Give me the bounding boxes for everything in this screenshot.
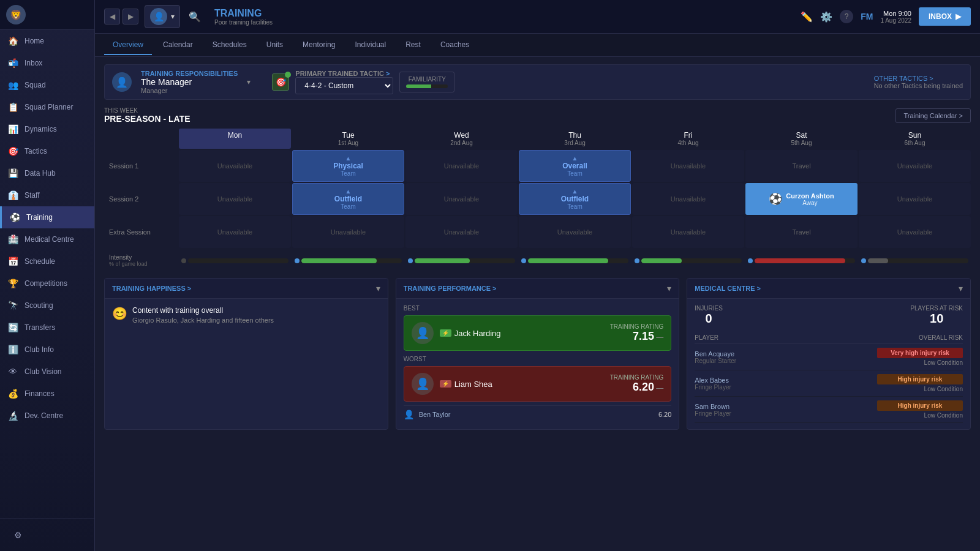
session-cell-0-6[interactable]: Unavailable: [859, 150, 971, 182]
session-cell-2-0[interactable]: Unavailable: [179, 216, 291, 248]
settings-icon[interactable]: ⚙️: [820, 11, 832, 23]
session-cell-0-1[interactable]: ▲PhysicalTeam: [292, 150, 404, 182]
chevron-down-icon[interactable]: ▾: [247, 78, 251, 86]
subnav-item-coaches[interactable]: Coaches: [432, 36, 478, 55]
performance-expand-button[interactable]: ▾: [667, 283, 671, 293]
scouting-icon: 🔭: [7, 301, 18, 310]
worst-player-card[interactable]: 👤 ⚡ Liam Shea TRAINING RATING 6.20 —: [404, 366, 672, 402]
training-calendar-button[interactable]: Training Calendar >: [895, 108, 971, 123]
day-header-mon: Mon: [179, 129, 291, 149]
session-cell-1-3[interactable]: ▲OutfieldTeam: [519, 183, 631, 215]
session-cell-2-2[interactable]: Unavailable: [405, 216, 518, 248]
intensity-handle-4[interactable]: [635, 258, 639, 263]
intensity-cell-4[interactable]: [632, 249, 744, 272]
session-cell-0-2[interactable]: Unavailable: [405, 150, 518, 182]
intensity-handle-1[interactable]: [295, 258, 300, 263]
sidebar-item-data-hub[interactable]: 💾 Data Hub: [0, 162, 94, 184]
session-cell-0-4[interactable]: Unavailable: [632, 150, 744, 182]
best-player-card[interactable]: 👤 ⚡ Jack Harding TRAINING RATING 7.15 —: [404, 315, 672, 351]
performance-title[interactable]: TRAINING PERFORMANCE >: [404, 285, 497, 292]
intensity-handle-3[interactable]: [521, 258, 526, 263]
worst-player-info: ⚡ Liam Shea: [440, 380, 604, 389]
intensity-cell-1[interactable]: [292, 249, 404, 272]
sidebar-item-finances[interactable]: 💰 Finances: [0, 383, 94, 405]
session-cell-0-0[interactable]: Unavailable: [179, 150, 291, 182]
other-tactics-label[interactable]: OTHER TACTICS >: [874, 75, 963, 82]
sidebar-item-scouting[interactable]: 🔭 Scouting: [0, 294, 94, 317]
sidebar-item-squad[interactable]: 👥 Squad: [0, 74, 94, 96]
happiness-status: Content with training overall: [132, 306, 274, 315]
manager-badge[interactable]: 👤 ▾: [145, 5, 180, 28]
sidebar-item-club-vision[interactable]: 👁 Club Vision: [0, 361, 94, 383]
sidebar-item-training[interactable]: ⚽ Training: [0, 206, 94, 228]
intensity-cell-5[interactable]: [745, 249, 858, 272]
session-cell-2-1[interactable]: Unavailable: [292, 216, 404, 248]
sidebar-item-medical[interactable]: 🏥 Medical Centre: [0, 228, 94, 250]
sidebar-item-club-info[interactable]: ℹ️ Club Info: [0, 339, 94, 361]
session-cell-1-5[interactable]: ⚽Curzon AshtonAway: [745, 183, 858, 215]
staff-icon: 👔: [7, 190, 18, 200]
session-cell-1-0[interactable]: Unavailable: [179, 183, 291, 215]
sidebar-item-transfers[interactable]: 🔄 Transfers: [0, 317, 94, 339]
session-cell-1-4[interactable]: Unavailable: [632, 183, 744, 215]
forward-button[interactable]: ▶: [123, 9, 138, 24]
help-icon[interactable]: ?: [840, 10, 853, 23]
sidebar-item-dev-centre[interactable]: 🔬 Dev. Centre: [0, 405, 94, 427]
back-button[interactable]: ◀: [104, 9, 120, 24]
session-cell-2-6[interactable]: Unavailable: [859, 216, 971, 248]
intensity-cell-6[interactable]: [859, 249, 971, 272]
intensity-cell-3[interactable]: [519, 249, 631, 272]
session-cell-2-4[interactable]: Unavailable: [632, 216, 744, 248]
medical-player-name-0[interactable]: Ben Acquaye: [695, 350, 877, 358]
session-cell-2-5[interactable]: Travel: [745, 216, 858, 248]
medical-title[interactable]: MEDICAL CENTRE >: [695, 285, 761, 292]
happiness-expand-button[interactable]: ▾: [376, 283, 380, 293]
subnav-item-rest[interactable]: Rest: [397, 36, 429, 55]
primary-tactic-label[interactable]: PRIMARY TRAINED TACTIC >: [295, 70, 393, 77]
intensity-handle-6[interactable]: [861, 258, 866, 263]
intensity-cell-2[interactable]: [405, 249, 518, 272]
competitions-icon: 🏆: [7, 279, 18, 288]
subnav-item-mentoring[interactable]: Mentoring: [294, 36, 344, 55]
sidebar-item-staff[interactable]: 👔 Staff: [0, 184, 94, 206]
medical-player-row-0[interactable]: Ben Acquaye Regular Starter Very high in…: [695, 344, 963, 370]
session-cell-1-1[interactable]: ▲OutfieldTeam: [292, 183, 404, 215]
sidebar-item-inbox[interactable]: 📬 Inbox: [0, 52, 94, 74]
intensity-cell-0[interactable]: [179, 249, 291, 272]
sidebar-item-schedule[interactable]: 📅 Schedule: [0, 250, 94, 272]
sidebar-item-dynamics[interactable]: 📊 Dynamics: [0, 118, 94, 140]
topbar-right: ✏️ ⚙️ ? FM Mon 9:00 1 Aug 2022 INBOX ▶: [801, 7, 971, 26]
intensity-handle-0[interactable]: [181, 258, 186, 263]
subnav-item-individual[interactable]: Individual: [346, 36, 394, 55]
sidebar-item-tactics[interactable]: 🎯 Tactics: [0, 140, 94, 162]
tactic-formation-select[interactable]: 4-4-2 - Custom 4-3-3 4-2-3-1: [295, 77, 393, 94]
best-player-name: ⚡ Jack Harding: [440, 329, 604, 338]
intensity-handle-5[interactable]: [748, 258, 753, 263]
subnav-item-calendar[interactable]: Calendar: [154, 36, 202, 55]
medical-player-row-2[interactable]: Sam Brown Fringe Player High injury risk…: [695, 397, 963, 423]
subnav-item-units[interactable]: Units: [258, 36, 292, 55]
session-cell-0-3[interactable]: ▲OverallTeam: [519, 150, 631, 182]
happiness-title[interactable]: TRAINING HAPPINESS >: [112, 285, 191, 292]
subnav-item-overview[interactable]: Overview: [104, 36, 152, 55]
medical-expand-button[interactable]: ▾: [959, 283, 963, 293]
sidebar-item-home[interactable]: 🏠 Home: [0, 30, 94, 52]
sidebar-item-competitions[interactable]: 🏆 Competitions: [0, 272, 94, 294]
inbox-button[interactable]: INBOX ▶: [919, 7, 971, 26]
medical-player-name-1[interactable]: Alex Babes: [695, 377, 877, 384]
worst-section: WORST 👤 ⚡ Liam Shea TRAINING RATING: [404, 356, 672, 402]
medical-player-row-1[interactable]: Alex Babes Fringe Player High injury ris…: [695, 370, 963, 397]
session-cell-1-2[interactable]: Unavailable: [405, 183, 518, 215]
search-button[interactable]: 🔍: [186, 9, 203, 25]
sidebar-item-settings[interactable]: ⚙: [5, 524, 89, 546]
intensity-handle-2[interactable]: [408, 258, 413, 263]
extra-player-row[interactable]: 👤 Ben Taylor 6.20: [404, 405, 672, 423]
club-info-icon: ℹ️: [7, 345, 18, 354]
session-cell-2-3[interactable]: Unavailable: [519, 216, 631, 248]
pencil-icon[interactable]: ✏️: [801, 11, 813, 23]
medical-player-name-2[interactable]: Sam Brown: [695, 403, 877, 410]
session-cell-1-6[interactable]: Unavailable: [859, 183, 971, 215]
sidebar-item-squad-planner[interactable]: 📋 Squad Planner: [0, 96, 94, 118]
subnav-item-schedules[interactable]: Schedules: [204, 36, 255, 55]
session-cell-0-5[interactable]: Travel: [745, 150, 858, 182]
